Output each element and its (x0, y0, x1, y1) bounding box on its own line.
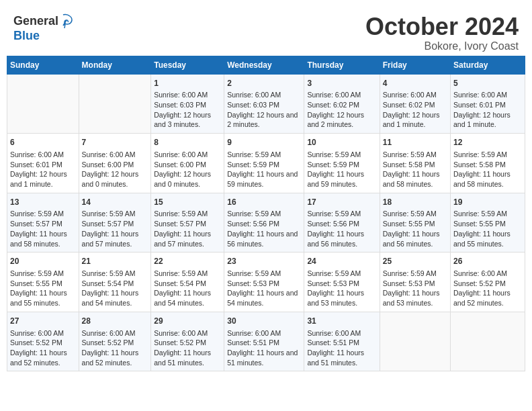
day-info: Sunrise: 5:59 AM Sunset: 5:55 PM Dayligh… (10, 269, 76, 308)
day-number: 5 (453, 78, 522, 89)
calendar-cell: 12Sunrise: 5:59 AM Sunset: 5:58 PM Dayli… (451, 134, 525, 193)
page-header: General Blue October 2024 Bokore, Ivory … (7, 7, 525, 56)
day-info: Sunrise: 5:59 AM Sunset: 5:56 PM Dayligh… (307, 209, 376, 248)
day-number: 4 (383, 78, 447, 89)
day-info: Sunrise: 5:59 AM Sunset: 5:55 PM Dayligh… (383, 209, 447, 248)
calendar-cell: 3Sunrise: 6:00 AM Sunset: 6:02 PM Daylig… (304, 74, 380, 134)
day-number: 29 (154, 316, 221, 327)
day-info: Sunrise: 5:59 AM Sunset: 5:59 PM Dayligh… (307, 150, 376, 189)
week-row-4: 20Sunrise: 5:59 AM Sunset: 5:55 PM Dayli… (7, 253, 525, 312)
day-number: 15 (154, 197, 221, 208)
calendar-header: SundayMondayTuesdayWednesdayThursdayFrid… (7, 56, 525, 74)
calendar-cell: 27Sunrise: 6:00 AM Sunset: 5:52 PM Dayli… (7, 312, 79, 371)
calendar-cell: 9Sunrise: 5:59 AM Sunset: 5:59 PM Daylig… (224, 134, 304, 193)
calendar-cell: 4Sunrise: 6:00 AM Sunset: 6:02 PM Daylig… (380, 74, 450, 134)
day-number: 17 (307, 197, 376, 208)
day-info: Sunrise: 6:00 AM Sunset: 6:01 PM Dayligh… (10, 150, 76, 189)
calendar-cell: 22Sunrise: 5:59 AM Sunset: 5:54 PM Dayli… (151, 253, 224, 312)
day-info: Sunrise: 5:59 AM Sunset: 5:53 PM Dayligh… (307, 269, 376, 308)
day-number: 12 (453, 137, 522, 148)
calendar-cell: 24Sunrise: 5:59 AM Sunset: 5:53 PM Dayli… (304, 253, 380, 312)
day-info: Sunrise: 6:00 AM Sunset: 5:51 PM Dayligh… (307, 328, 376, 368)
day-number: 21 (82, 256, 148, 267)
day-number: 28 (82, 316, 148, 327)
day-info: Sunrise: 6:00 AM Sunset: 6:02 PM Dayligh… (383, 90, 447, 130)
day-number: 19 (453, 197, 522, 208)
title-block: October 2024 Bokore, Ivory Coast (365, 13, 519, 52)
day-info: Sunrise: 6:00 AM Sunset: 5:52 PM Dayligh… (10, 328, 76, 368)
day-info: Sunrise: 6:00 AM Sunset: 5:52 PM Dayligh… (82, 328, 148, 368)
header-day-thursday: Thursday (304, 56, 380, 74)
logo-general: General (13, 15, 58, 28)
day-info: Sunrise: 6:00 AM Sunset: 6:03 PM Dayligh… (227, 90, 301, 130)
day-number: 26 (453, 256, 522, 267)
day-info: Sunrise: 5:59 AM Sunset: 5:58 PM Dayligh… (453, 150, 522, 189)
day-info: Sunrise: 5:59 AM Sunset: 5:53 PM Dayligh… (227, 269, 301, 308)
header-row: SundayMondayTuesdayWednesdayThursdayFrid… (7, 56, 525, 74)
calendar-cell: 29Sunrise: 6:00 AM Sunset: 5:52 PM Dayli… (151, 312, 224, 371)
calendar-cell: 19Sunrise: 5:59 AM Sunset: 5:55 PM Dayli… (451, 193, 525, 253)
day-number: 18 (383, 197, 447, 208)
header-day-monday: Monday (79, 56, 151, 74)
day-number: 9 (227, 137, 301, 148)
calendar-cell: 5Sunrise: 6:00 AM Sunset: 6:01 PM Daylig… (451, 74, 525, 134)
week-row-1: 1Sunrise: 6:00 AM Sunset: 6:03 PM Daylig… (7, 74, 525, 134)
logo-blue: Blue (13, 29, 40, 42)
calendar-table: SundayMondayTuesdayWednesdayThursdayFrid… (7, 56, 525, 372)
day-number: 25 (383, 256, 447, 267)
day-info: Sunrise: 5:59 AM Sunset: 5:57 PM Dayligh… (10, 209, 76, 248)
day-info: Sunrise: 6:00 AM Sunset: 5:52 PM Dayligh… (453, 269, 522, 308)
week-row-5: 27Sunrise: 6:00 AM Sunset: 5:52 PM Dayli… (7, 312, 525, 371)
calendar-cell (79, 74, 151, 134)
day-info: Sunrise: 6:00 AM Sunset: 6:02 PM Dayligh… (307, 90, 376, 130)
calendar-cell: 1Sunrise: 6:00 AM Sunset: 6:03 PM Daylig… (151, 74, 224, 134)
header-day-wednesday: Wednesday (224, 56, 304, 74)
calendar-cell: 16Sunrise: 5:59 AM Sunset: 5:56 PM Dayli… (224, 193, 304, 253)
day-info: Sunrise: 6:00 AM Sunset: 6:03 PM Dayligh… (154, 90, 221, 130)
day-number: 27 (10, 316, 76, 327)
day-number: 7 (82, 137, 148, 148)
calendar-body: 1Sunrise: 6:00 AM Sunset: 6:03 PM Daylig… (7, 74, 525, 371)
day-info: Sunrise: 5:59 AM Sunset: 5:53 PM Dayligh… (383, 269, 447, 308)
calendar-cell (7, 74, 79, 134)
calendar-cell: 11Sunrise: 5:59 AM Sunset: 5:58 PM Dayli… (380, 134, 450, 193)
day-info: Sunrise: 5:59 AM Sunset: 5:54 PM Dayligh… (82, 269, 148, 308)
day-info: Sunrise: 5:59 AM Sunset: 5:58 PM Dayligh… (383, 150, 447, 189)
day-info: Sunrise: 5:59 AM Sunset: 5:57 PM Dayligh… (154, 209, 221, 248)
calendar-cell: 7Sunrise: 6:00 AM Sunset: 6:00 PM Daylig… (79, 134, 151, 193)
day-info: Sunrise: 5:59 AM Sunset: 5:56 PM Dayligh… (227, 209, 301, 248)
day-info: Sunrise: 5:59 AM Sunset: 5:59 PM Dayligh… (227, 150, 301, 189)
header-day-tuesday: Tuesday (151, 56, 224, 74)
day-number: 31 (307, 316, 376, 327)
day-number: 16 (227, 197, 301, 208)
day-number: 13 (10, 197, 76, 208)
day-number: 14 (82, 197, 148, 208)
day-number: 8 (154, 137, 221, 148)
calendar-cell: 31Sunrise: 6:00 AM Sunset: 5:51 PM Dayli… (304, 312, 380, 371)
day-number: 22 (154, 256, 221, 267)
day-number: 30 (227, 316, 301, 327)
day-info: Sunrise: 6:00 AM Sunset: 6:01 PM Dayligh… (453, 90, 522, 130)
calendar-cell (380, 312, 450, 371)
header-day-friday: Friday (380, 56, 450, 74)
calendar-cell: 23Sunrise: 5:59 AM Sunset: 5:53 PM Dayli… (224, 253, 304, 312)
day-info: Sunrise: 6:00 AM Sunset: 5:52 PM Dayligh… (154, 328, 221, 368)
calendar-cell: 14Sunrise: 5:59 AM Sunset: 5:57 PM Dayli… (79, 193, 151, 253)
calendar-cell: 28Sunrise: 6:00 AM Sunset: 5:52 PM Dayli… (79, 312, 151, 371)
day-info: Sunrise: 6:00 AM Sunset: 6:00 PM Dayligh… (154, 150, 221, 189)
day-info: Sunrise: 6:00 AM Sunset: 5:51 PM Dayligh… (227, 328, 301, 368)
day-number: 20 (10, 256, 76, 267)
day-number: 2 (227, 78, 301, 89)
calendar-cell: 15Sunrise: 5:59 AM Sunset: 5:57 PM Dayli… (151, 193, 224, 253)
day-info: Sunrise: 6:00 AM Sunset: 6:00 PM Dayligh… (82, 150, 148, 189)
day-number: 3 (307, 78, 376, 89)
calendar-cell: 10Sunrise: 5:59 AM Sunset: 5:59 PM Dayli… (304, 134, 380, 193)
calendar-cell: 26Sunrise: 6:00 AM Sunset: 5:52 PM Dayli… (451, 253, 525, 312)
calendar-cell: 6Sunrise: 6:00 AM Sunset: 6:01 PM Daylig… (7, 134, 79, 193)
day-number: 10 (307, 137, 376, 148)
day-number: 24 (307, 256, 376, 267)
calendar-cell: 20Sunrise: 5:59 AM Sunset: 5:55 PM Dayli… (7, 253, 79, 312)
calendar-cell: 21Sunrise: 5:59 AM Sunset: 5:54 PM Dayli… (79, 253, 151, 312)
calendar-cell: 17Sunrise: 5:59 AM Sunset: 5:56 PM Dayli… (304, 193, 380, 253)
day-number: 11 (383, 137, 447, 148)
